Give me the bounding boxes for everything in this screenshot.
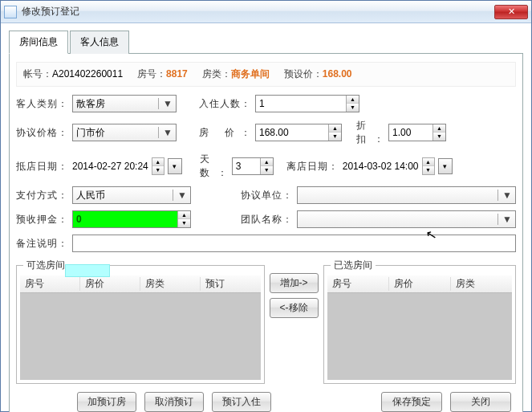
transfer-buttons: 增加-> <-移除	[270, 259, 319, 318]
guest-type-select[interactable]: 散客房▼	[72, 95, 177, 112]
content-area: 房间信息 客人信息 帐号：A201402260011 房号：8817 房类：商务…	[1, 23, 531, 412]
room-price-label: 房 价	[199, 126, 250, 140]
footer-buttons: 加预订房 取消预订 预订入住 保存预定 关闭	[16, 384, 516, 412]
leave-date-label: 离店日期	[286, 160, 338, 173]
title-bar: 修改预订登记 ✕	[1, 1, 531, 23]
deposit-input[interactable]: ▲▼	[72, 210, 191, 228]
calendar-icon[interactable]: ▾	[168, 158, 182, 174]
remark-label: 备注说明	[16, 237, 67, 251]
checkin-count-input[interactable]: ▲▼	[255, 95, 359, 112]
discount-input[interactable]: ▲▼	[388, 124, 446, 141]
available-rooms-list[interactable]	[20, 293, 261, 380]
info-bar: 帐号：A201402260011 房号：8817 房类：商务单间 预设价：168…	[16, 62, 516, 87]
pay-method-select[interactable]: 人民币▼	[72, 186, 191, 204]
leave-date-value: 2014-03-02 14:00	[343, 161, 419, 172]
cancel-reserve-button[interactable]: 取消预订	[144, 392, 204, 412]
roomtype-value: 商务单间	[231, 68, 270, 80]
arrive-date-value: 2014-02-27 20:24	[72, 161, 148, 172]
close-icon[interactable]: ✕	[494, 5, 528, 19]
spinner-icon[interactable]: ▲▼	[177, 211, 190, 227]
selected-rooms-box: 已选房间 房号 房价 房类	[323, 265, 516, 384]
discount-label: 折扣	[356, 119, 384, 146]
col-price[interactable]: 房价	[389, 277, 451, 291]
preprice-value: 168.00	[323, 68, 352, 80]
chevron-down-icon: ▼	[497, 190, 512, 201]
col-price[interactable]: 房价	[80, 277, 140, 291]
add-reserve-room-button[interactable]: 加预订房	[77, 392, 136, 412]
pay-method-label: 支付方式	[16, 189, 67, 202]
remove-button[interactable]: <-移除	[270, 298, 319, 318]
agree-price-select[interactable]: 门市价▼	[72, 124, 177, 141]
arrive-date-label: 抵店日期	[16, 160, 67, 173]
add-button[interactable]: 增加->	[270, 273, 319, 293]
window-title: 修改预订登记	[22, 5, 494, 18]
spinner-icon[interactable]: ▲▼	[328, 124, 341, 141]
reserve-checkin-button[interactable]: 预订入住	[212, 392, 271, 412]
deposit-label: 预收押金	[16, 213, 67, 226]
agree-unit-label: 协议单位	[241, 189, 292, 202]
spinner-icon[interactable]: ▲▼	[346, 96, 359, 112]
spinner-icon[interactable]: ▲▼	[433, 124, 445, 141]
col-type[interactable]: 房类	[140, 277, 201, 291]
selected-rooms-list[interactable]	[327, 293, 512, 380]
col-reserve[interactable]: 预订	[201, 277, 260, 291]
selected-rooms-header: 房号 房价 房类	[327, 275, 512, 293]
room-price-input[interactable]: ▲▼	[255, 124, 342, 141]
available-rooms-title: 可选房间	[23, 259, 68, 272]
chevron-down-icon: ▼	[173, 190, 187, 201]
calendar-icon[interactable]: ▾	[438, 158, 453, 174]
col-roomno[interactable]: 房号	[20, 277, 80, 291]
roomno-value: 8817	[166, 68, 188, 80]
chevron-down-icon: ▼	[497, 214, 512, 225]
spinner-icon[interactable]: ▲▼	[422, 157, 435, 175]
filter-box[interactable]	[65, 264, 110, 277]
app-icon	[4, 6, 17, 18]
tab-bar: 房间信息 客人信息	[9, 30, 523, 54]
col-type[interactable]: 房类	[451, 277, 512, 291]
remark-input[interactable]	[72, 235, 516, 252]
agree-unit-select[interactable]: ▼	[297, 186, 516, 204]
team-name-select[interactable]: ▼	[297, 210, 516, 228]
checkin-count-label: 入住人数	[199, 97, 250, 111]
agree-price-label: 协议价格	[16, 126, 67, 140]
available-rooms-header: 房号 房价 房类 预订	[20, 275, 261, 293]
account-value: A201402260011	[52, 68, 123, 80]
selected-rooms-title: 已选房间	[331, 259, 376, 272]
tab-panel: 帐号：A201402260011 房号：8817 房类：商务单间 预设价：168…	[9, 54, 523, 412]
team-name-label: 团队名称	[241, 213, 292, 226]
tab-room-info[interactable]: 房间信息	[9, 31, 68, 54]
dialog-window: 修改预订登记 ✕ 房间信息 客人信息 帐号：A201402260011 房号：8…	[0, 0, 532, 412]
account-label: 帐号：	[23, 68, 52, 80]
chevron-down-icon: ▼	[158, 127, 173, 138]
spinner-icon[interactable]: ▲▼	[152, 157, 164, 175]
preprice-label: 预设价：	[284, 68, 323, 80]
spinner-icon[interactable]: ▲▼	[260, 158, 273, 174]
available-rooms-box: 可选房间 房号 房价 房类 预订	[16, 265, 265, 384]
guest-type-label: 客人类别	[16, 97, 67, 111]
roomno-label: 房号：	[137, 68, 166, 80]
roomtype-label: 房类：	[202, 68, 231, 80]
days-input[interactable]: ▲▼	[232, 157, 274, 175]
chevron-down-icon: ▼	[158, 98, 173, 109]
save-button[interactable]: 保存预定	[381, 392, 442, 412]
col-roomno[interactable]: 房号	[327, 277, 389, 291]
close-button[interactable]: 关闭	[450, 392, 511, 412]
days-label: 天数	[200, 153, 227, 180]
tab-guest-info[interactable]: 客人信息	[70, 31, 129, 54]
